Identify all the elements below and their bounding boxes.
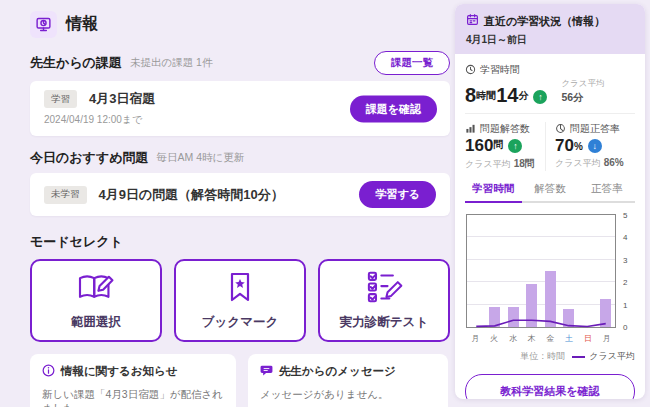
chart-x-label: 日 bbox=[579, 333, 598, 344]
chart-x-label: 土 bbox=[560, 333, 579, 344]
mode-select-title: モードセレクト bbox=[30, 233, 450, 251]
study-time-hours: 8 bbox=[465, 85, 476, 105]
assignment-status-badge: 学習 bbox=[44, 90, 77, 108]
assignment-title: 4月3日宿題 bbox=[89, 90, 155, 108]
study-button[interactable]: 学習する bbox=[359, 181, 436, 208]
answers-label: 問題解答数 bbox=[480, 122, 530, 136]
study-chart-ylabels: 012345 bbox=[621, 214, 635, 328]
speech-bubble-icon bbox=[260, 364, 273, 379]
study-time-avg-value: 56分 bbox=[561, 91, 604, 105]
panel-period: 4月1日～前日 bbox=[466, 33, 634, 47]
page-title: 情報 bbox=[66, 14, 98, 35]
chart-x-label: 火 bbox=[485, 333, 504, 344]
recommended-status-badge: 未学習 bbox=[44, 186, 87, 204]
study-time-label: 学習時間 bbox=[480, 63, 520, 77]
assignments-section-note: 未提出の課題 1件 bbox=[130, 56, 213, 70]
notices-box: 情報に関するお知らせ 新しい課題「4月3日宿題」が配信されました。 2024/0… bbox=[30, 354, 236, 407]
panel-body: 学習時間 8 時間 14 分 ↑ クラス平均 56分 bbox=[455, 54, 645, 399]
study-time-value: 8 時間 14 分 ↑ クラス平均 56分 bbox=[465, 78, 635, 105]
study-time-minutes: 14 bbox=[496, 85, 518, 105]
pie-chart-icon bbox=[555, 123, 566, 136]
trend-up-icon: ↑ bbox=[508, 139, 522, 153]
answers-avg-value: 18問 bbox=[514, 158, 535, 169]
mode-card-diagnostic-test[interactable]: 実力診断テスト bbox=[318, 259, 450, 342]
chart-x-label: 月 bbox=[466, 333, 485, 344]
chart-x-label: 金 bbox=[541, 333, 560, 344]
bookmark-star-icon bbox=[228, 271, 252, 307]
page-header: 情報 bbox=[30, 11, 450, 38]
assignments-section-title: 先生からの課題 bbox=[30, 54, 122, 72]
trend-down-icon: ↓ bbox=[588, 139, 602, 153]
messages-title: 先生からのメッセージ bbox=[279, 364, 396, 379]
mode-card-label: ブックマーク bbox=[202, 314, 278, 331]
study-chart-xlabels: 月火水木金土日月 bbox=[466, 333, 616, 344]
checklist-pencil-icon bbox=[363, 271, 405, 307]
notices-body: 新しい課題「4月3日宿題」が配信されました。 bbox=[42, 388, 224, 407]
assignments-section-header: 先生からの課題 未提出の課題 1件 課題一覧 bbox=[30, 51, 450, 75]
study-time-avg-label: クラス平均 bbox=[561, 78, 604, 90]
mode-card-range-select[interactable]: 範囲選択 bbox=[30, 259, 162, 342]
calendar-icon bbox=[466, 12, 479, 30]
study-chart-plot bbox=[466, 214, 616, 328]
tab-accuracy[interactable]: 正答率 bbox=[578, 182, 635, 203]
legend-class-average: クラス平均 bbox=[589, 350, 635, 363]
messages-body: メッセージがありません。 bbox=[260, 388, 436, 402]
notices-title: 情報に関するお知らせ bbox=[61, 364, 178, 379]
info-circle-icon bbox=[42, 364, 55, 379]
answers-value: 160 bbox=[465, 137, 493, 154]
mode-cards: 範囲選択 ブックマーク bbox=[30, 259, 450, 342]
recommended-card: 未学習 4月9日の問題（解答時間10分） 学習する bbox=[30, 173, 450, 216]
check-assignment-button[interactable]: 課題を確認 bbox=[350, 95, 437, 122]
accuracy-value: 70 bbox=[555, 137, 574, 154]
answers-stat: 問題解答数 160 問 ↑ クラス平均18問 bbox=[465, 122, 545, 171]
chart-x-label: 月 bbox=[597, 333, 616, 344]
mode-card-label: 範囲選択 bbox=[71, 314, 121, 331]
clock-icon bbox=[465, 64, 476, 77]
learning-status-panel: 直近の学習状況（情報） 4月1日～前日 学習時間 8 時間 14 分 ↑ クラス… bbox=[455, 4, 645, 399]
recommended-section-title: 今日のおすすめ問題 bbox=[30, 149, 149, 167]
accuracy-unit: % bbox=[574, 141, 583, 154]
study-time-hours-unit: 時間 bbox=[476, 89, 496, 105]
mode-card-label: 実力診断テスト bbox=[340, 314, 428, 331]
main-content: 情報 先生からの課題 未提出の課題 1件 課題一覧 学習 4月3日宿題 2024… bbox=[30, 0, 450, 407]
accuracy-avg-label: クラス平均 bbox=[555, 158, 601, 168]
answers-avg-label: クラス平均 bbox=[465, 159, 511, 169]
study-time-minutes-unit: 分 bbox=[518, 89, 528, 105]
messages-box: 先生からのメッセージ メッセージがありません。 bbox=[248, 354, 448, 407]
panel-header: 直近の学習状況（情報） 4月1日～前日 bbox=[455, 4, 645, 54]
mode-card-bookmark[interactable]: ブックマーク bbox=[174, 259, 306, 342]
chart-x-label: 木 bbox=[522, 333, 541, 344]
tab-study-time[interactable]: 学習時間 bbox=[465, 182, 522, 203]
subject-monitor-icon bbox=[30, 11, 57, 38]
accuracy-avg-value: 86% bbox=[604, 157, 624, 168]
study-chart: 012345 月火水木金土日月 bbox=[465, 212, 635, 348]
subject-results-button[interactable]: 教科学習結果を確認 bbox=[465, 374, 635, 399]
assignment-list-button[interactable]: 課題一覧 bbox=[374, 51, 450, 75]
accuracy-stat: 問題正答率 70 % ↓ クラス平均86% bbox=[545, 122, 635, 171]
chart-x-label: 水 bbox=[504, 333, 523, 344]
panel-title: 直近の学習状況（情報） bbox=[484, 14, 605, 29]
chart-tabs: 学習時間 解答数 正答率 bbox=[465, 182, 635, 203]
book-pencil-icon bbox=[75, 271, 117, 307]
legend-unit: 単位：時間 bbox=[520, 350, 565, 363]
trend-up-icon: ↑ bbox=[533, 90, 547, 104]
recommended-section-note: 毎日AM 4時に更新 bbox=[157, 151, 245, 165]
recommended-title: 4月9日の問題（解答時間10分） bbox=[99, 186, 284, 204]
bottom-info-row: 情報に関するお知らせ 新しい課題「4月3日宿題」が配信されました。 2024/0… bbox=[30, 354, 450, 407]
assignment-card: 学習 4月3日宿題 2024/04/19 12:00まで 課題を確認 bbox=[30, 81, 450, 136]
bar-chart-icon bbox=[465, 123, 476, 136]
recommended-section-header: 今日のおすすめ問題 毎日AM 4時に更新 bbox=[30, 149, 450, 167]
class-average-line-swatch bbox=[572, 356, 585, 358]
tab-answers[interactable]: 解答数 bbox=[522, 182, 579, 203]
accuracy-label: 問題正答率 bbox=[570, 122, 620, 136]
answers-unit: 問 bbox=[493, 138, 503, 154]
chart-legend: 単位：時間 クラス平均 bbox=[465, 350, 635, 363]
